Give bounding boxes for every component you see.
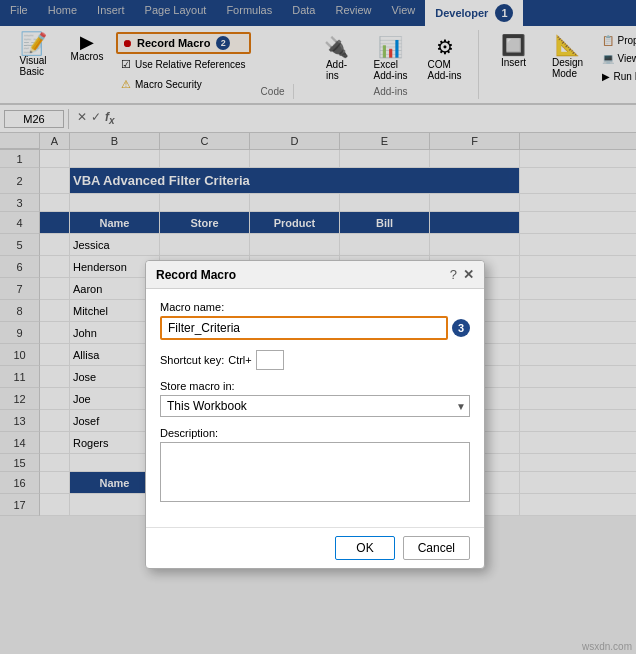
description-label: Description:: [160, 427, 470, 439]
store-select-wrapper: This Workbook New Workbook Personal Macr…: [160, 395, 470, 417]
modal-overlay: Record Macro ? ✕ Macro name: 3 Shortcut …: [0, 0, 636, 654]
modal-close-icon[interactable]: ✕: [463, 267, 474, 282]
modal-header: Record Macro ? ✕: [146, 261, 484, 289]
modal-controls: ? ✕: [450, 267, 474, 282]
store-select[interactable]: This Workbook New Workbook Personal Macr…: [160, 395, 470, 417]
description-group: Description:: [160, 427, 470, 505]
modal-body: Macro name: 3 Shortcut key: Ctrl+ Store …: [146, 289, 484, 527]
record-macro-dialog: Record Macro ? ✕ Macro name: 3 Shortcut …: [145, 260, 485, 569]
shortcut-input[interactable]: [256, 350, 284, 370]
modal-footer: OK Cancel: [146, 527, 484, 568]
ctrl-label: Ctrl+: [228, 354, 252, 366]
macro-name-input[interactable]: [160, 316, 448, 340]
macro-name-group: Macro name: 3: [160, 301, 470, 340]
shortcut-label: Shortcut key:: [160, 354, 224, 366]
macro-name-label: Macro name:: [160, 301, 470, 313]
step-badge-3: 3: [452, 319, 470, 337]
shortcut-row: Shortcut key: Ctrl+: [160, 350, 470, 370]
cancel-button[interactable]: Cancel: [403, 536, 470, 560]
store-group: Store macro in: This Workbook New Workbo…: [160, 380, 470, 417]
store-label: Store macro in:: [160, 380, 470, 392]
description-textarea[interactable]: [160, 442, 470, 502]
modal-help-icon[interactable]: ?: [450, 267, 457, 282]
ok-button[interactable]: OK: [335, 536, 394, 560]
modal-title: Record Macro: [156, 268, 236, 282]
